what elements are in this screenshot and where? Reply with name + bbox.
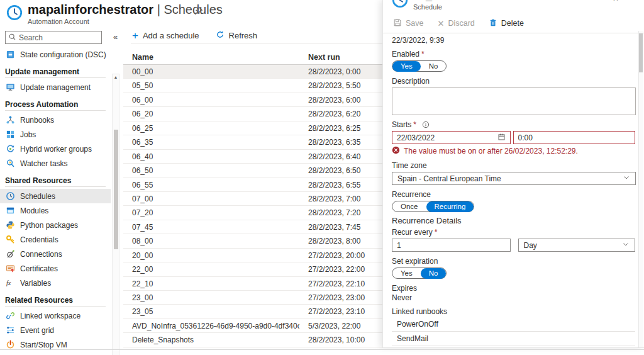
command-bar-divider [131, 43, 382, 43]
linked-runbook-item[interactable]: PowerOnOff [392, 317, 635, 332]
table-row[interactable]: 22_0027/2/2023, 22:00 [123, 262, 382, 276]
hybrid-icon [6, 144, 15, 154]
next-run-value: 28/2/2023, 6:40 [308, 150, 360, 164]
sidebar-item-connections[interactable]: Connections [0, 247, 111, 261]
schedule-name: 06_35 [123, 135, 153, 149]
toggle-option-once[interactable]: Once [392, 201, 426, 212]
search-input[interactable] [19, 33, 99, 42]
table-row[interactable]: 00_0028/2/2023, 0:00 [123, 65, 382, 79]
schedule-name: 20_00 [123, 249, 153, 262]
toggle-option-no[interactable]: No [421, 268, 447, 279]
sidebar-item-python-packages[interactable]: Python packages [0, 218, 111, 232]
start-date-input[interactable] [397, 133, 495, 142]
recurrence-toggle[interactable]: OnceRecurring [392, 201, 474, 212]
next-run-value: 27/2/2023, 23:10 [308, 305, 365, 318]
table-row[interactable]: Delete_Snapshots28/2/2023, 10:00 [123, 333, 382, 347]
eventgrid-icon [6, 325, 15, 335]
table-row[interactable]: 08_0028/2/2023, 8:00 [123, 234, 382, 248]
sidebar-item-start-stop-vm[interactable]: Start/Stop VM [0, 337, 111, 349]
save-button[interactable]: Save [393, 18, 424, 29]
table-row[interactable]: 20_0027/2/2023, 20:00 [123, 249, 382, 262]
start-time-input[interactable] [518, 133, 630, 142]
next-run-value: 28/2/2023, 7:00 [308, 192, 360, 206]
validation-error: The value must be on or after 26/02/2023… [392, 146, 635, 156]
schedule-name: 06_25 [123, 121, 153, 135]
table-row[interactable]: AVD_NoInfra_05361226-46d9-4950-a9d0-4df3… [123, 319, 382, 333]
column-header-next-run[interactable]: Next run [308, 50, 340, 65]
recur-interval-input[interactable] [397, 241, 506, 250]
start-date-field[interactable] [392, 131, 511, 144]
schedule-clock-icon [6, 4, 23, 21]
sidebar-item-runbooks[interactable]: Runbooks [0, 113, 111, 127]
refresh-button[interactable]: Refresh [216, 30, 258, 41]
column-header-name[interactable]: Name [123, 53, 153, 62]
toggle-option-no[interactable]: No [421, 61, 447, 72]
sidebar-item-event-grid[interactable]: Event grid [0, 323, 111, 337]
panel-scroll-thumb[interactable] [639, 33, 643, 72]
recurrence-label: Recurrence [392, 190, 635, 199]
table-row[interactable]: 06_0028/2/2023, 6:00 [123, 93, 382, 107]
linked-runbook-item[interactable]: SendMail [392, 332, 635, 346]
toggle-option-yes[interactable]: Yes [392, 268, 421, 279]
discard-button[interactable]: ✕ Discard [438, 19, 475, 28]
scroll-up-icon[interactable]: ▲ [113, 75, 119, 79]
more-menu-icon[interactable]: ··· [209, 3, 220, 13]
table-row[interactable]: 23_0527/2/2023, 23:10 [123, 305, 382, 318]
schedule-name: 08_00 [123, 234, 153, 248]
table-row[interactable]: 07_4528/2/2023, 7:45 [123, 220, 382, 234]
delete-button[interactable]: Delete [489, 18, 524, 29]
toggle-option-recurring[interactable]: Recurring [426, 201, 474, 212]
sidebar-section-header: Shared Resources [0, 176, 111, 186]
toggle-option-yes[interactable]: Yes [392, 61, 421, 72]
sidebar-search[interactable] [5, 31, 102, 44]
add-schedule-button[interactable]: + Add a schedule [132, 30, 199, 41]
set-expiration-label: Set expiration [392, 257, 635, 266]
panel-more-icon[interactable]: ··· [464, 0, 472, 2]
table-row[interactable]: 22_1027/2/2023, 22:10 [123, 277, 382, 291]
sidebar-item-state-configuration-dsc[interactable]: State configuration (DSC) [0, 47, 111, 62]
recur-unit-select[interactable]: Day [518, 239, 636, 252]
sidebar-item-linked-workspace[interactable]: Linked workspace [0, 308, 111, 323]
table-row[interactable]: 06_2528/2/2023, 6:25 [123, 121, 382, 135]
sidebar-item-jobs[interactable]: Jobs [0, 127, 111, 142]
recur-interval-field[interactable] [392, 239, 511, 252]
panel-window-controls[interactable]: ✕ [613, 0, 625, 3]
enabled-toggle[interactable]: YesNo [392, 60, 447, 72]
sidebar-item-update-management[interactable]: Update management [0, 80, 111, 94]
last-modified-value: 22/3/2022, 9:39 [392, 36, 635, 45]
table-row[interactable]: 07_2028/2/2023, 7:20 [123, 206, 382, 220]
sidebar-scroll-thumb[interactable] [114, 130, 118, 249]
svg-text:fx: fx [6, 279, 11, 286]
schedule-name: 06_00 [123, 93, 153, 107]
sidebar-scrollbar[interactable]: ▲ ▼ [112, 74, 119, 355]
table-row[interactable]: 06_3528/2/2023, 6:35 [123, 135, 382, 149]
sidebar-collapse-button[interactable]: « [113, 32, 118, 42]
start-time-field[interactable] [513, 131, 635, 144]
table-row[interactable]: 07_0028/2/2023, 7:00 [123, 192, 382, 206]
sidebar-item-variables[interactable]: fxVariables [0, 276, 111, 290]
resource-name: mapalinforchestrator [28, 3, 153, 16]
table-row[interactable]: 06_2028/2/2023, 6:20 [123, 107, 382, 121]
sidebar-item-modules[interactable]: Modules [0, 203, 111, 218]
expires-label: Expires [392, 284, 635, 293]
table-row[interactable]: 05_5028/2/2023, 5:50 [123, 79, 382, 93]
timezone-select[interactable]: Spain - Central European Time [392, 172, 636, 185]
table-row[interactable]: 06_5528/2/2023, 6:55 [123, 178, 382, 192]
sidebar-item-watcher-tasks[interactable]: Watcher tasks [0, 156, 111, 171]
description-textarea[interactable] [392, 87, 636, 115]
schedule-name: 05_50 [123, 79, 153, 93]
sidebar-item-schedules[interactable]: Schedules [0, 189, 111, 203]
panel-scrollbar[interactable] [638, 31, 643, 347]
table-row[interactable]: 23_0027/2/2023, 23:00 [123, 291, 382, 305]
table-row[interactable]: 06_5028/2/2023, 6:50 [123, 164, 382, 178]
sidebar-item-credentials[interactable]: Credentials [0, 232, 111, 247]
pin-icon[interactable] [194, 6, 203, 16]
page-bottom-divider [0, 349, 644, 350]
expiration-toggle[interactable]: YesNo [392, 268, 447, 279]
info-icon[interactable] [422, 121, 430, 128]
calendar-icon[interactable] [495, 132, 506, 144]
table-row[interactable]: 06_4028/2/2023, 6:40 [123, 150, 382, 164]
sidebar-item-certificates[interactable]: Certificates [0, 261, 111, 276]
sidebar-item-hybrid-worker-groups[interactable]: Hybrid worker groups [0, 142, 111, 156]
discard-icon: ✕ [438, 19, 445, 28]
